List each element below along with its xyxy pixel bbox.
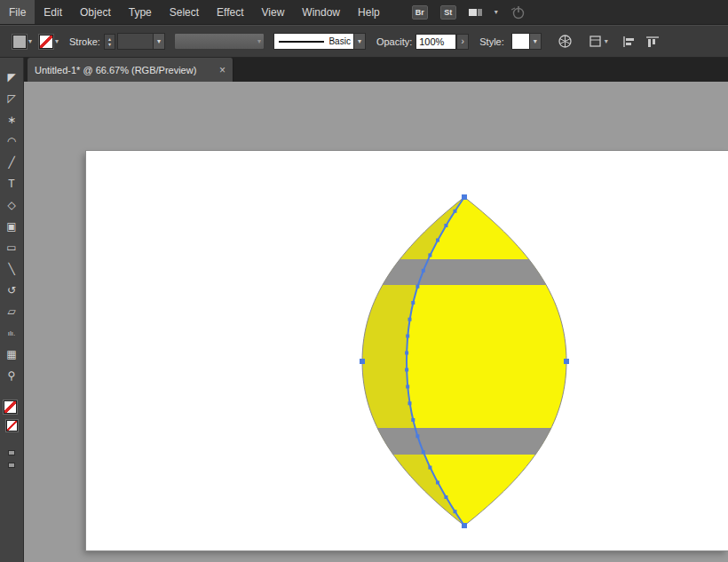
anchor-point[interactable] (411, 301, 415, 305)
menu-item-type[interactable]: Type (120, 0, 161, 24)
selection-handle-right[interactable] (564, 359, 569, 364)
menubar-icons: Br St ▾ (412, 5, 526, 20)
anchor-point[interactable] (444, 495, 447, 499)
selection-handle-bottom[interactable] (462, 523, 467, 528)
fill-color-combo[interactable]: ▾ (12, 35, 32, 49)
publish-icon (510, 5, 526, 20)
chevron-down-icon[interactable]: ▾ (495, 8, 498, 16)
anchor-point[interactable] (411, 418, 415, 422)
anchor-point[interactable] (408, 401, 412, 405)
opacity-input[interactable] (415, 34, 456, 50)
none-button[interactable] (8, 463, 15, 468)
brush-definition-combo[interactable]: Basic ▾ (273, 33, 366, 50)
align-vertical-icon (645, 36, 660, 48)
anchor-point[interactable] (405, 352, 408, 355)
bridge-button[interactable]: Br (412, 5, 428, 20)
stroke-none-swatch[interactable] (6, 420, 18, 431)
chevron-down-icon: ▾ (55, 37, 59, 45)
magic-wand-tool[interactable]: ∗ (0, 109, 24, 131)
fill-none-swatch[interactable] (4, 400, 17, 414)
anchor-point[interactable] (408, 318, 412, 321)
menu-bar: FileEditObjectTypeSelectEffectViewWindow… (0, 0, 728, 25)
anchor-point[interactable] (454, 510, 457, 513)
anchor-point[interactable] (422, 269, 425, 273)
pen-tool[interactable]: ╱ (0, 152, 24, 173)
anchor-point[interactable] (428, 253, 431, 257)
arrange-documents-icon-left (469, 9, 477, 16)
anchor-point[interactable] (406, 335, 409, 338)
document-tab-bar: Untitled-1* @ 66.67% (RGB/Preview) × (24, 58, 728, 82)
scale-tool[interactable]: ▱ (0, 301, 24, 322)
menu-item-file[interactable]: File (0, 0, 35, 24)
anchor-point[interactable] (436, 481, 439, 485)
opacity-expand-button[interactable]: › (456, 34, 469, 50)
toolbar-color-controls (0, 399, 24, 441)
anchor-point[interactable] (405, 368, 408, 372)
direct-selection-tool-icon: ◸ (7, 92, 15, 105)
stepper-down-icon[interactable]: ▾ (108, 42, 111, 47)
align-horizontal-button[interactable] (622, 36, 637, 48)
stroke-width-stepper[interactable]: ▴ ▾ (104, 34, 115, 50)
recolor-artwork-button[interactable] (558, 34, 573, 49)
align-vertical-button[interactable] (645, 36, 660, 48)
direct-selection-tool[interactable]: ◸ (0, 88, 24, 109)
arrange-documents-icon[interactable] (469, 9, 482, 16)
document-icon (589, 35, 603, 48)
brush-name: Basic (328, 36, 350, 46)
graph-tool[interactable]: ılı. (0, 322, 24, 344)
stroke-none-swatch[interactable] (39, 35, 53, 49)
document-setup-dropdown[interactable]: ▾ (589, 35, 608, 48)
selection-handle-top[interactable] (462, 194, 467, 200)
menu-item-edit[interactable]: Edit (35, 0, 71, 24)
close-icon[interactable]: × (219, 64, 226, 76)
stroke-color-combo[interactable]: ▾ (39, 35, 59, 49)
menu-item-help[interactable]: Help (349, 0, 389, 24)
lasso-tool[interactable]: ◠ (0, 131, 24, 152)
chevron-down-icon[interactable]: ▾ (353, 34, 365, 49)
workspace-canvas (24, 82, 728, 562)
anchor-point[interactable] (454, 210, 457, 213)
rectangle-tool-icon: ▭ (6, 241, 16, 254)
stripe-bottom[interactable] (352, 428, 576, 455)
anchor-point[interactable] (436, 239, 439, 242)
menu-item-window[interactable]: Window (293, 0, 349, 24)
mesh-tool[interactable]: ▦ (0, 344, 24, 365)
selection-handle-left[interactable] (360, 359, 365, 364)
menu-item-view[interactable]: View (253, 0, 294, 24)
menu-item-object[interactable]: Object (71, 0, 120, 24)
anchor-point[interactable] (406, 385, 409, 389)
artboard-tool[interactable]: ▣ (0, 216, 24, 237)
zoom-tool-icon: ⚲ (8, 369, 16, 382)
menu-item-select[interactable]: Select (161, 0, 208, 24)
menu-items: FileEditObjectTypeSelectEffectViewWindow… (0, 0, 389, 24)
zoom-tool[interactable]: ⚲ (0, 365, 24, 386)
menu-item-effect[interactable]: Effect (208, 0, 252, 24)
graph-tool-icon: ılı. (8, 329, 15, 337)
control-bar: ▾ ▾ Stroke: ▴ ▾ ▾ ▾ Basic ▾ Opacity: › S… (0, 25, 728, 58)
stock-button[interactable]: St (440, 5, 456, 20)
selection-tool[interactable]: ◤ (0, 67, 24, 88)
width-profile-dropdown[interactable]: ▾ (174, 33, 265, 50)
rectangle-tool[interactable]: ▭ (0, 237, 24, 258)
rotate-tool[interactable]: ↺ (0, 280, 24, 301)
stripe-top[interactable] (352, 259, 576, 285)
anchor-point[interactable] (415, 434, 419, 438)
brush-stroke-preview (279, 41, 325, 43)
chevron-down-icon[interactable]: ▾ (153, 34, 164, 49)
chevron-down-icon[interactable]: ▾ (529, 34, 541, 49)
anchor-point[interactable] (422, 450, 425, 454)
shaper-tool-icon: ◇ (7, 199, 15, 211)
chevron-down-icon: ▾ (257, 37, 261, 45)
color-button[interactable] (8, 450, 15, 455)
stroke-width-combo[interactable]: ▾ (117, 33, 165, 50)
fill-swatch[interactable] (12, 35, 27, 49)
shaper-tool[interactable]: ◇ (0, 194, 24, 216)
document-tab[interactable]: Untitled-1* @ 66.67% (RGB/Preview) × (28, 58, 233, 82)
pencil-tool[interactable]: ╲ (0, 258, 24, 280)
graphic-style-combo[interactable]: ▾ (511, 33, 542, 50)
anchor-point[interactable] (428, 466, 431, 470)
type-tool[interactable]: T (0, 173, 24, 194)
anchor-point[interactable] (444, 224, 447, 227)
selection-tool-icon: ◤ (7, 71, 15, 83)
anchor-point[interactable] (415, 285, 419, 289)
